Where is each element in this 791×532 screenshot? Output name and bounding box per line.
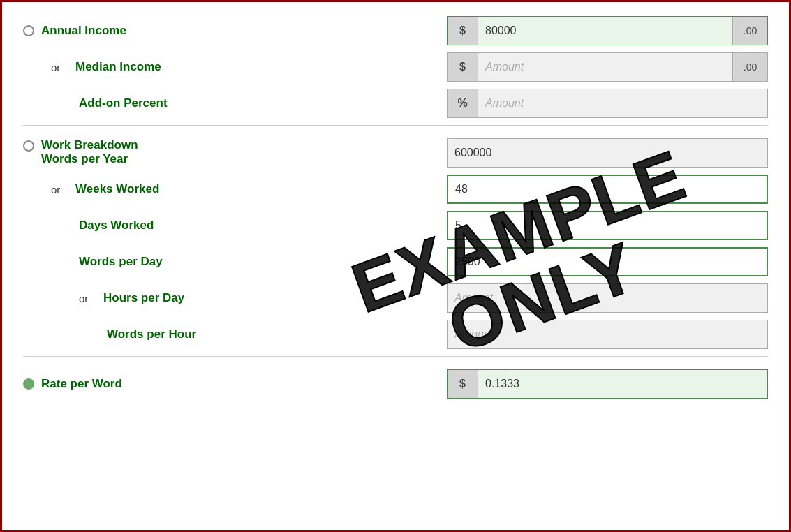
words-per-hour-label-area: Words per Hour	[23, 327, 316, 341]
median-income-or: or	[51, 61, 68, 73]
hours-per-day-input-group	[447, 283, 768, 313]
addon-percent-input[interactable]	[478, 89, 767, 117]
rate-per-word-label-area: Rate per Word	[23, 377, 316, 391]
words-per-year-input-group	[447, 138, 768, 168]
words-per-day-label: Words per Day	[79, 255, 163, 269]
median-income-input-group: $ .00	[447, 52, 768, 82]
addon-percent-prefix: %	[448, 89, 478, 117]
words-per-hour-input-area	[323, 320, 768, 349]
weeks-worked-input-area	[323, 175, 768, 204]
median-income-prefix: $	[448, 53, 478, 81]
days-worked-label: Days Worked	[79, 219, 154, 232]
rate-per-word-prefix: $	[448, 370, 478, 398]
words-per-day-input-area	[323, 247, 768, 276]
median-income-input-area: $ .00	[323, 52, 768, 82]
hours-per-day-input-area	[323, 283, 768, 313]
hours-per-day-row: or Hours per Day	[23, 283, 768, 313]
work-breakdown-label-line1: Work Breakdown	[41, 138, 138, 152]
annual-income-input-group: $ .00	[447, 16, 768, 45]
annual-income-prefix: $	[448, 17, 478, 45]
annual-income-row: Annual Income $ .00	[23, 16, 768, 45]
days-worked-input[interactable]	[448, 212, 767, 239]
rate-per-word-row: Rate per Word $	[23, 369, 768, 399]
days-worked-input-area	[323, 211, 768, 240]
section-divider-2	[23, 356, 768, 357]
rate-per-word-label: Rate per Word	[41, 377, 122, 391]
rate-per-word-input[interactable]	[478, 370, 767, 398]
words-per-year-input[interactable]	[448, 139, 767, 167]
median-income-suffix: .00	[732, 53, 767, 81]
hours-per-day-label-area: or Hours per Day	[23, 291, 316, 305]
hours-per-day-input[interactable]	[448, 284, 767, 312]
weeks-worked-or: or	[51, 184, 68, 195]
weeks-worked-input-group	[447, 175, 768, 204]
words-per-day-label-area: Words per Day	[23, 255, 316, 269]
annual-income-label-area: Annual Income	[23, 24, 316, 38]
weeks-worked-row: or Weeks Worked	[23, 175, 768, 204]
annual-income-label: Annual Income	[41, 24, 126, 38]
annual-income-radio[interactable]	[23, 25, 34, 36]
days-worked-label-area: Days Worked	[23, 219, 316, 232]
wb-label-inner: Work Breakdown Words per Year	[23, 138, 316, 166]
rate-per-word-input-area: $	[323, 369, 768, 399]
words-per-hour-row: Words per Hour	[23, 320, 768, 349]
weeks-worked-input[interactable]	[448, 176, 767, 202]
words-per-hour-label: Words per Hour	[107, 327, 196, 341]
addon-percent-label: Add-on Percent	[79, 96, 168, 110]
weeks-worked-label-area: or Weeks Worked	[23, 182, 316, 196]
days-worked-row: Days Worked	[23, 211, 768, 240]
rate-per-word-radio[interactable]	[23, 378, 34, 390]
words-per-hour-input-group	[447, 320, 768, 349]
addon-percent-input-group: %	[447, 89, 768, 118]
work-breakdown-row: Work Breakdown Words per Year	[23, 138, 768, 168]
annual-income-input-area: $ .00	[323, 16, 768, 45]
weeks-worked-label: Weeks Worked	[75, 182, 159, 196]
work-breakdown-label-line2: Words per Year	[41, 152, 138, 166]
median-income-label: Median Income	[75, 60, 161, 74]
wb-label-multiline: Work Breakdown Words per Year	[41, 138, 138, 166]
addon-percent-row: Add-on Percent %	[23, 89, 768, 118]
words-per-day-input-group	[447, 247, 768, 276]
work-breakdown-label-area: Work Breakdown Words per Year	[23, 138, 316, 166]
median-income-label-area: or Median Income	[23, 60, 316, 74]
annual-income-suffix: .00	[732, 17, 767, 45]
addon-percent-input-area: %	[323, 89, 768, 118]
median-income-input[interactable]	[478, 53, 732, 81]
section-divider-1	[23, 125, 768, 126]
hours-per-day-or: or	[79, 293, 96, 304]
median-income-row: or Median Income $ .00	[23, 52, 768, 82]
work-breakdown-input-area	[323, 138, 768, 168]
hours-per-day-label: Hours per Day	[103, 291, 184, 305]
words-per-day-row: Words per Day	[23, 247, 768, 276]
words-per-day-input[interactable]	[448, 249, 767, 275]
rate-per-word-input-group: $	[447, 369, 768, 399]
work-breakdown-radio[interactable]	[23, 140, 34, 152]
addon-percent-label-area: Add-on Percent	[23, 96, 316, 110]
annual-income-input[interactable]	[478, 17, 732, 45]
page-container: Annual Income $ .00 or Median Income $ .…	[2, 2, 789, 530]
days-worked-input-group	[447, 211, 768, 240]
words-per-hour-input[interactable]	[448, 320, 767, 348]
